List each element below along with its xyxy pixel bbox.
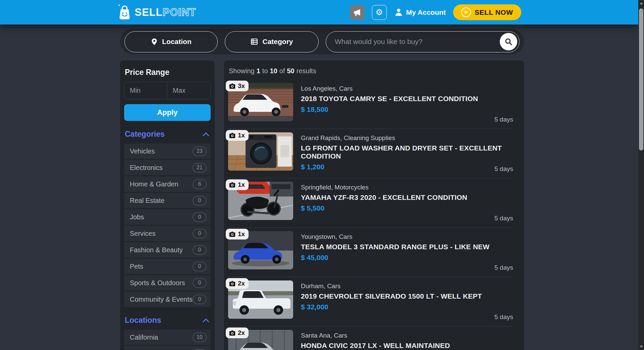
listing-location-category: Durham, Cars xyxy=(301,282,513,290)
listing-info: Los Angeles, Cars 2018 TOYOTA CAMRY SE -… xyxy=(293,83,513,129)
price-max-input[interactable] xyxy=(167,82,210,99)
shopping-bag-smiley-icon xyxy=(117,4,131,20)
filter-item-label: Electronics xyxy=(130,164,163,172)
filter-item-label: Fashion & Beauty xyxy=(130,246,183,254)
photo-count-badge: 3x xyxy=(226,81,249,91)
settings-button[interactable]: ⚙ xyxy=(372,5,387,20)
filter-item-label: Home & Garden xyxy=(130,180,178,188)
plus-circle-icon: + xyxy=(461,7,471,17)
search-input[interactable] xyxy=(335,38,500,46)
photo-count-badge: 2x xyxy=(226,278,249,289)
announcements-button[interactable] xyxy=(350,5,365,20)
filter-item-count: 0 xyxy=(193,196,207,206)
listing-info: Santa Ana, Cars HONDA CIVIC 2017 LX - WE… xyxy=(293,330,513,350)
category-item-real-estate[interactable]: Real Estate 0 xyxy=(124,193,211,208)
listing-info: Durham, Cars 2019 CHEVROLET SILVERADO 15… xyxy=(293,280,513,326)
listing-title: 2019 CHEVROLET SILVERADO 1500 LT - WELL … xyxy=(301,292,513,300)
filters-sidebar: Price Range Apply Categories Vehicles 23… xyxy=(120,60,215,350)
filter-item-count: 0 xyxy=(193,262,207,271)
page-scrollbar[interactable] xyxy=(638,0,644,350)
scrollbar-down-arrow[interactable] xyxy=(638,344,644,349)
category-item-services[interactable]: Services 0 xyxy=(124,226,211,241)
listing-thumbnail[interactable]: 1x xyxy=(228,182,293,220)
listing-thumbnail[interactable]: 1x xyxy=(228,132,293,171)
category-item-home-garden[interactable]: Home & Garden 6 xyxy=(124,176,211,192)
listing-location-category: Santa Ana, Cars xyxy=(301,332,513,339)
listing-row[interactable]: 1x Youngstown, Cars TESLA MODEL 3 STANDA… xyxy=(228,228,513,277)
scrollbar-thumb[interactable] xyxy=(639,8,643,150)
price-min-input[interactable] xyxy=(124,82,167,99)
photo-count-label: 1x xyxy=(238,230,245,238)
listing-info: Springfield, Motorcycles YAMAHA YZF-R3 2… xyxy=(293,182,513,227)
filter-item-count: 21 xyxy=(193,163,207,173)
price-range-title: Price Range xyxy=(125,68,210,77)
top-header: SELLPOINT ⚙ xyxy=(0,0,638,25)
my-account-button[interactable]: My Account xyxy=(394,8,446,17)
camera-icon xyxy=(229,132,236,139)
listing-age: 5 days xyxy=(494,215,513,222)
listing-thumbnail[interactable]: 1x xyxy=(228,231,293,269)
listing-age: 5 days xyxy=(494,165,513,173)
photo-count-badge: 1x xyxy=(226,229,249,239)
filter-item-count: 7 xyxy=(193,349,207,350)
brand-logo[interactable]: SELLPOINT xyxy=(117,4,196,20)
listing-info: Grand Rapids, Cleaning Supplies LG FRONT… xyxy=(293,132,513,178)
scrollbar-up-arrow[interactable] xyxy=(638,1,644,6)
listing-price: $ 45,000 xyxy=(301,254,513,262)
listing-title: TESLA MODEL 3 STANDARD RANGE PLUS - LIKE… xyxy=(301,243,513,251)
listing-age: 5 days xyxy=(494,116,513,123)
filter-item-count: 0 xyxy=(193,212,207,222)
listing-row[interactable]: 1x Grand Rapids, Cleaning Supplies LG FR… xyxy=(228,129,513,178)
category-item-sports-outdoors[interactable]: Sports & Outdoors 0 xyxy=(124,275,211,291)
search-button[interactable] xyxy=(500,33,517,50)
location-filter-label: Location xyxy=(162,38,192,46)
listing-row[interactable]: 3x Los Angeles, Cars 2018 TOYOTA CAMRY S… xyxy=(228,80,513,129)
brand-name: SELLPOINT xyxy=(135,6,196,18)
category-item-fashion-beauty[interactable]: Fashion & Beauty 0 xyxy=(124,242,211,258)
category-filter-button[interactable]: Category xyxy=(225,31,319,52)
category-item-pets[interactable]: Pets 0 xyxy=(124,259,211,274)
category-item-electronics[interactable]: Electronics 21 xyxy=(124,160,211,175)
locations-title: Locations xyxy=(125,316,161,325)
listing-location-category: Los Angeles, Cars xyxy=(301,85,513,92)
filter-item-count: 0 xyxy=(193,229,207,238)
apply-price-button[interactable]: Apply xyxy=(124,104,211,121)
category-item-community-events[interactable]: Community & Events 0 xyxy=(124,292,211,307)
photo-count-label: 1x xyxy=(238,181,245,188)
photo-count-badge: 1x xyxy=(226,179,249,190)
location-item-california[interactable]: California 10 xyxy=(124,330,211,345)
photo-count-badge: 1x xyxy=(226,130,249,141)
listing-location-category: Grand Rapids, Cleaning Supplies xyxy=(301,134,513,142)
filter-item-count: 0 xyxy=(193,295,207,304)
category-filter-label: Category xyxy=(262,38,293,46)
photo-count-label: 2x xyxy=(238,329,245,337)
listing-row[interactable]: 1x Springfield, Motorcycles YAMAHA YZF-R… xyxy=(228,178,513,228)
listing-thumbnail[interactable]: 2x xyxy=(228,330,293,350)
filter-item-count: 23 xyxy=(193,146,207,156)
categories-list: Vehicles 23 Electronics 21 Home & Garden… xyxy=(124,143,211,307)
filter-item-label: Community & Events xyxy=(130,296,193,303)
results-count: Showing 1 to 10 of 50 results xyxy=(229,67,513,75)
camera-icon xyxy=(229,330,236,336)
listing-price: $ 32,000 xyxy=(301,303,513,311)
gear-icon: ⚙ xyxy=(376,8,383,16)
category-item-jobs[interactable]: Jobs 0 xyxy=(124,209,211,225)
filter-item-label: California xyxy=(130,334,158,341)
category-item-vehicles[interactable]: Vehicles 23 xyxy=(124,143,211,159)
listing-thumbnail[interactable]: 3x xyxy=(228,83,293,121)
listing-row[interactable]: 2x Santa Ana, Cars HONDA CIVIC 2017 LX -… xyxy=(228,326,513,350)
location-filter-button[interactable]: Location xyxy=(124,31,218,52)
listing-title: 2018 TOYOTA CAMRY SE - EXCELLENT CONDITI… xyxy=(301,95,513,103)
categories-section-toggle[interactable]: Categories xyxy=(125,130,210,139)
listing-thumbnail[interactable]: 2x xyxy=(228,280,293,319)
sell-now-button[interactable]: + SELL NOW xyxy=(453,4,521,20)
location-item-michigan[interactable]: Michigan 7 xyxy=(124,346,211,350)
filter-item-label: Sports & Outdoors xyxy=(130,279,185,287)
locations-list: California 10 Michigan 7 xyxy=(124,330,211,350)
listing-row[interactable]: 2x Durham, Cars 2019 CHEVROLET SILVERADO… xyxy=(228,277,513,326)
locations-section-toggle[interactable]: Locations xyxy=(125,316,210,325)
location-pin-icon xyxy=(151,38,158,46)
chevron-up-icon xyxy=(202,131,210,137)
camera-icon xyxy=(229,280,236,287)
listing-price: $ 18,500 xyxy=(301,105,513,114)
